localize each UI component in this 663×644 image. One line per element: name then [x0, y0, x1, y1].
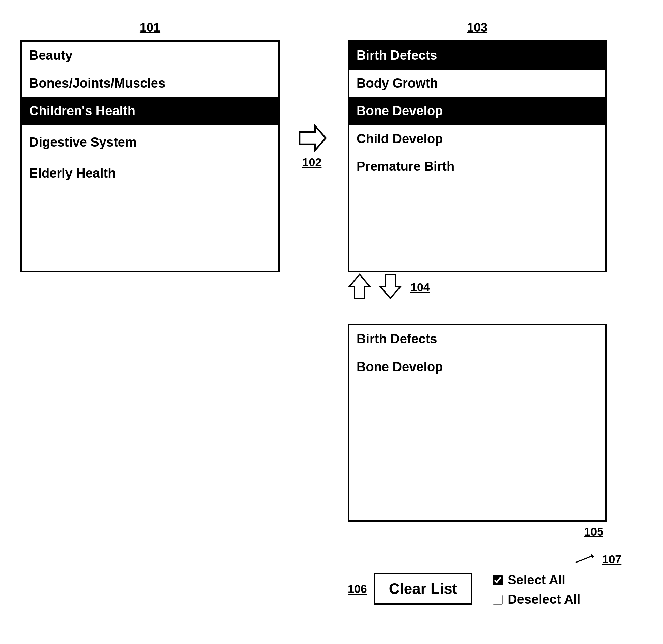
list1-ref-label: 101 — [20, 20, 280, 35]
list3-container: Birth DefectsBone Develop 105 — [348, 324, 607, 538]
list1-container: 101 BeautyBones/Joints/MusclesChildren's… — [20, 20, 280, 272]
svg-marker-0 — [300, 126, 326, 150]
arrow-ref-label: 102 — [297, 155, 327, 169]
select-all-label: Select All — [508, 573, 566, 587]
bottom-controls: 106 Clear List Select All Deselect All 1… — [348, 573, 581, 607]
deselect-all-checkbox-item[interactable]: Deselect All — [493, 592, 581, 607]
select-all-checkbox-item[interactable]: Select All — [493, 573, 581, 587]
svg-line-3 — [576, 556, 593, 563]
clear-list-group: 106 Clear List — [348, 573, 472, 605]
checkbox-group-container: Select All Deselect All 107 — [493, 573, 581, 607]
updown-arrows — [348, 273, 402, 301]
svg-marker-2 — [380, 274, 401, 298]
down-arrow-icon[interactable] — [378, 273, 402, 301]
list3-ref-label: 105 — [348, 525, 607, 538]
updown-container: 104 — [348, 273, 430, 301]
svg-marker-1 — [349, 274, 370, 298]
list2-container: 103 Birth DefectsBody GrowthBone Develop… — [348, 20, 607, 272]
list2-item-3[interactable]: Child Develop — [349, 125, 605, 153]
list1-item-4[interactable]: Elderly Health — [22, 160, 278, 188]
deselect-all-checkbox[interactable] — [493, 595, 503, 605]
list2-item-0[interactable]: Birth Defects — [349, 42, 605, 70]
clear-list-button[interactable]: Clear List — [374, 573, 472, 605]
right-arrow-icon[interactable] — [297, 123, 327, 153]
select-all-checkbox[interactable] — [493, 575, 503, 585]
arrow-right-container: 102 — [297, 123, 327, 169]
clear-ref-label: 106 — [348, 582, 367, 596]
list2-item-1[interactable]: Body Growth — [349, 70, 605, 98]
checkbox-group: Select All Deselect All — [493, 573, 581, 607]
svg-marker-4 — [591, 554, 594, 558]
list2-item-2[interactable]: Bone Develop — [349, 97, 605, 125]
deselect-all-label: Deselect All — [508, 592, 581, 607]
updown-ref-label: 104 — [410, 281, 430, 294]
list2-ref-label: 103 — [348, 20, 607, 35]
list3-item-1[interactable]: Bone Develop — [349, 353, 605, 381]
ref-arrow-icon — [572, 552, 600, 566]
checkbox-ref-container: 107 — [572, 552, 622, 566]
list3-box: Birth DefectsBone Develop — [348, 324, 607, 522]
list1-item-2[interactable]: Children's Health — [22, 97, 278, 125]
list1-box: BeautyBones/Joints/MusclesChildren's Hea… — [20, 40, 280, 272]
list2-item-4[interactable]: Premature Birth — [349, 153, 605, 181]
checkbox-ref-label: 107 — [602, 553, 622, 566]
up-arrow-icon[interactable] — [348, 273, 372, 301]
list1-item-0[interactable]: Beauty — [22, 42, 278, 70]
list3-item-0[interactable]: Birth Defects — [349, 325, 605, 353]
list1-item-1[interactable]: Bones/Joints/Muscles — [22, 70, 278, 98]
list2-box: Birth DefectsBody GrowthBone DevelopChil… — [348, 40, 607, 272]
list1-item-3[interactable]: Digestive System — [22, 129, 278, 156]
